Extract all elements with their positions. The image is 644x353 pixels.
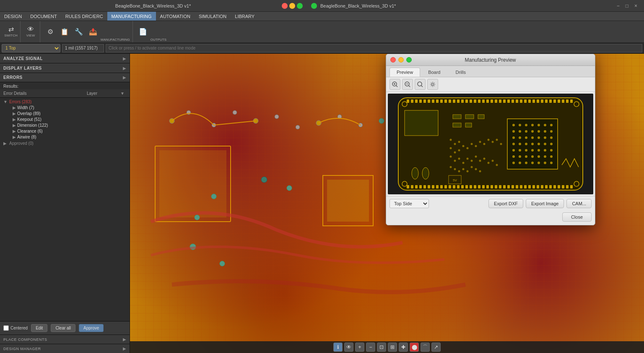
layer-side-select[interactable]: Top Side Bottom Side All Layers — [390, 199, 429, 208]
svg-rect-186 — [453, 115, 461, 119]
export-dxf-button[interactable]: Export DXF — [488, 199, 523, 208]
mfg-settings-tool[interactable] — [427, 79, 438, 90]
errors-group-header[interactable]: ▼ Errors (283) — [3, 99, 128, 105]
mfg-zoom-out-tool[interactable] — [402, 79, 413, 90]
svg-point-178 — [550, 155, 553, 158]
svg-point-168 — [531, 149, 534, 152]
menu-rules-drc[interactable]: RULES DRC/ERC — [61, 12, 107, 21]
analyze-signal-collapse[interactable]: ▶ — [123, 56, 126, 61]
svg-rect-81 — [516, 99, 518, 103]
minimize-right[interactable]: − — [615, 2, 621, 10]
menu-automation[interactable]: AUTOMATION — [156, 12, 195, 21]
errors-collapse[interactable]: ▶ — [123, 75, 126, 80]
error-clearance[interactable]: ▶ Clearance (6) — [3, 128, 128, 134]
svg-point-212 — [471, 160, 473, 162]
export-image-button[interactable]: Export Image — [526, 199, 564, 208]
canvas-zoom-in-btn[interactable]: + — [355, 343, 364, 352]
canvas-add-btn[interactable]: ✚ — [399, 343, 408, 352]
svg-point-215 — [483, 158, 486, 160]
error-keepout[interactable]: ▶ Keepout (51) — [3, 116, 128, 122]
svg-rect-55 — [407, 99, 409, 103]
error-overlap[interactable]: ▶ Overlap (89) — [3, 110, 128, 116]
clear-all-button[interactable]: Clear all — [51, 324, 75, 332]
svg-point-205 — [496, 139, 498, 141]
centered-checkbox-label[interactable]: Centered — [3, 325, 28, 331]
edit-button[interactable]: Edit — [31, 324, 47, 332]
svg-point-145 — [519, 130, 521, 133]
error-airwire[interactable]: ▶ Airwire (8) — [3, 134, 128, 140]
approved-group-header[interactable]: ▶ Approved (0) — [3, 141, 128, 146]
mfg-dialog-title: Manufacturing Preview — [390, 57, 591, 63]
errors-header[interactable]: ERRORS ▶ — [0, 73, 130, 82]
svg-point-203 — [488, 139, 490, 141]
centered-checkbox[interactable] — [3, 325, 9, 331]
tab-preview[interactable]: Preview — [390, 68, 420, 77]
svg-point-177 — [544, 155, 546, 158]
mfg-close-button[interactable]: Close — [562, 212, 592, 222]
svg-point-214 — [479, 160, 481, 162]
overlap-arrow: ▶ — [13, 111, 16, 116]
mfg-icon-2: 📋 — [60, 29, 69, 35]
svg-line-43 — [396, 86, 397, 87]
outputs-tool-1[interactable]: 📄 — [136, 24, 150, 40]
view-tool[interactable]: 👁 VIEW — [24, 24, 37, 40]
mfg-tab-bar: Preview Board Drills — [386, 66, 595, 77]
svg-point-157 — [550, 136, 553, 139]
maximize-button[interactable] — [297, 3, 303, 9]
svg-rect-62 — [436, 99, 439, 103]
canvas-grid-btn[interactable]: ⊞ — [388, 343, 397, 352]
close-right[interactable]: × — [633, 2, 639, 10]
canvas-stop-btn[interactable]: ⬤ — [410, 343, 419, 352]
menu-document[interactable]: DOCUMENT — [26, 12, 61, 21]
command-input[interactable] — [106, 44, 642, 52]
analyze-signal-header[interactable]: ANALYZE SIGNAL ▶ — [0, 54, 130, 63]
svg-line-47 — [409, 86, 410, 87]
mfg-tool-2[interactable]: 📋 — [58, 24, 71, 40]
close-button[interactable] — [282, 3, 288, 9]
error-dimension[interactable]: ▶ Dimension (122) — [3, 122, 128, 128]
svg-rect-106 — [453, 185, 455, 188]
mfg-preview-canvas[interactable]: 5V — [388, 94, 593, 194]
layer-select[interactable]: 1 Top 2 Bottom — [2, 44, 60, 52]
column-sort-arrow[interactable]: ▼ — [120, 91, 126, 96]
error-width[interactable]: ▶ Width (7) — [3, 105, 128, 110]
menu-design[interactable]: DESIGN — [0, 12, 26, 21]
display-layers-header[interactable]: DISPLAY LAYERS ▶ — [0, 63, 130, 73]
design-manager-collapse[interactable]: ▶ — [123, 346, 126, 351]
approve-button[interactable]: Approve — [79, 324, 104, 332]
minimize-button[interactable] — [289, 3, 295, 9]
mfg-tool-1[interactable]: ⚙ — [44, 24, 57, 40]
mfg-tool-4[interactable]: 📤 — [86, 24, 100, 40]
canvas-zoom-fit-btn[interactable]: ⊡ — [377, 343, 386, 352]
svg-point-234 — [422, 167, 429, 179]
svg-rect-60 — [428, 99, 430, 103]
svg-rect-133 — [566, 185, 569, 188]
svg-point-200 — [475, 145, 477, 147]
svg-rect-96 — [411, 185, 413, 188]
mfg-zoom-fit-tool[interactable] — [415, 79, 426, 90]
restore-right[interactable]: □ — [624, 2, 630, 10]
pcb-canvas[interactable]: Manufacturing Preview Preview Board Dril… — [130, 54, 644, 353]
canvas-route-btn[interactable]: ↗ — [431, 343, 441, 352]
svg-rect-128 — [545, 185, 548, 188]
canvas-info-btn[interactable]: ℹ — [333, 343, 343, 352]
mfg-tool-3[interactable]: 🔧 — [72, 24, 86, 40]
svg-rect-118 — [503, 185, 506, 188]
menu-library[interactable]: LIBRARY — [231, 12, 259, 21]
place-components-collapse[interactable]: ▶ — [123, 337, 126, 342]
canvas-eye-btn[interactable]: 👁 — [344, 343, 353, 352]
svg-rect-68 — [461, 99, 464, 103]
display-layers-collapse[interactable]: ▶ — [123, 66, 126, 71]
cam-button[interactable]: CAM... — [566, 199, 592, 208]
svg-point-150 — [550, 130, 553, 133]
canvas-arc-btn[interactable]: ⌒ — [421, 343, 430, 352]
mfg-zoom-in-tool[interactable] — [390, 79, 400, 90]
switch-tool[interactable]: ⇄ SWITCH — [4, 24, 18, 40]
menu-manufacturing[interactable]: MANUFACTURING — [107, 12, 156, 21]
svg-point-146 — [525, 130, 527, 133]
menu-simulation[interactable]: SIMULATION — [195, 12, 231, 21]
svg-rect-110 — [470, 185, 472, 188]
tab-drills[interactable]: Drills — [448, 68, 473, 77]
canvas-zoom-out-btn[interactable]: − — [366, 343, 375, 352]
tab-board[interactable]: Board — [421, 68, 447, 77]
